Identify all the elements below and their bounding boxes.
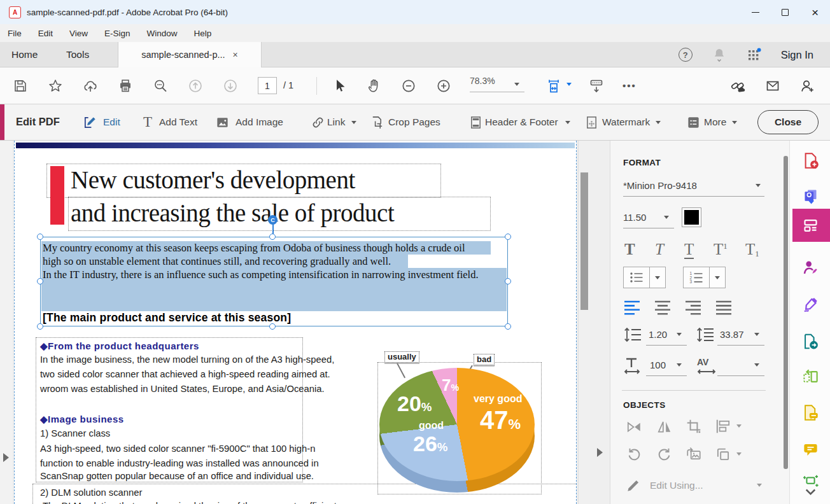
page-comment-icon[interactable] bbox=[802, 404, 819, 421]
font-color-swatch[interactable] bbox=[682, 207, 701, 227]
watermark-label[interactable]: Watermark bbox=[602, 116, 650, 128]
fit-width-icon[interactable] bbox=[546, 78, 561, 94]
menu-edit[interactable]: Edit bbox=[38, 29, 53, 38]
bullet-list-caret[interactable] bbox=[649, 267, 665, 288]
selection-handle[interactable] bbox=[37, 323, 43, 330]
more-menu-label[interactable]: More bbox=[704, 116, 726, 128]
crop-pages-icon[interactable] bbox=[369, 115, 384, 130]
help-icon[interactable]: ? bbox=[679, 48, 693, 62]
rail-chevron-down-icon[interactable] bbox=[802, 487, 819, 498]
underline-icon[interactable]: T bbox=[684, 241, 694, 259]
rotate-handle[interactable]: C bbox=[268, 215, 278, 225]
menu-help[interactable]: Help bbox=[194, 29, 212, 38]
crop-object-icon[interactable] bbox=[684, 418, 703, 435]
align-right-icon[interactable] bbox=[684, 300, 705, 315]
link-icon[interactable] bbox=[311, 115, 325, 130]
fill-and-sign-icon[interactable] bbox=[802, 296, 819, 313]
previous-view-icon[interactable] bbox=[188, 78, 203, 94]
selection-handle[interactable] bbox=[269, 234, 276, 240]
header-footer-label[interactable]: Header & Footer bbox=[485, 116, 558, 128]
selection-handle[interactable] bbox=[505, 323, 511, 330]
collapse-right-panel-icon[interactable] bbox=[597, 448, 603, 457]
star-favorite-icon[interactable] bbox=[48, 78, 63, 94]
selection-handle[interactable] bbox=[269, 323, 276, 330]
more-tools-sparkle-icon[interactable] bbox=[802, 474, 819, 488]
request-esignatures-icon[interactable] bbox=[802, 259, 819, 276]
link-caret-icon[interactable] bbox=[351, 121, 356, 124]
sign-in-button[interactable]: Sign In bbox=[781, 49, 813, 61]
menu-view[interactable]: View bbox=[69, 29, 88, 38]
rotate-clockwise-icon[interactable] bbox=[655, 446, 674, 463]
horizontal-scale-icon[interactable] bbox=[623, 357, 642, 375]
more-caret-icon[interactable] bbox=[732, 121, 737, 124]
add-text-icon[interactable]: T bbox=[143, 114, 152, 130]
search-icon[interactable] bbox=[153, 78, 168, 94]
zoom-caret-icon[interactable] bbox=[514, 83, 519, 86]
numbered-list-button[interactable]: 123 bbox=[684, 267, 709, 288]
page-number-input[interactable]: 1 bbox=[258, 77, 277, 94]
tab-tools[interactable]: Tools bbox=[66, 42, 89, 67]
menu-window[interactable]: Window bbox=[147, 29, 178, 38]
bold-icon[interactable]: T bbox=[624, 241, 635, 257]
apps-grid-icon[interactable] bbox=[746, 47, 762, 63]
zoom-out-icon[interactable] bbox=[401, 78, 416, 94]
document-scrollbar[interactable] bbox=[578, 141, 590, 504]
create-pdf-icon[interactable] bbox=[802, 152, 819, 169]
rotate-counterclockwise-icon[interactable] bbox=[624, 446, 644, 463]
align-center-icon[interactable] bbox=[654, 300, 674, 315]
align-left-icon[interactable] bbox=[623, 300, 644, 315]
replace-image-icon[interactable] bbox=[684, 446, 703, 463]
line-spacing-icon[interactable] bbox=[623, 326, 642, 343]
panel-scrollbar-thumb[interactable] bbox=[784, 156, 788, 469]
edit-pdf-tool-icon[interactable] bbox=[802, 217, 819, 234]
flip-horizontal-icon[interactable] bbox=[655, 418, 674, 435]
selected-textbox-frame[interactable] bbox=[40, 237, 508, 326]
edit-tool-icon[interactable] bbox=[83, 115, 97, 130]
send-pdf-icon[interactable] bbox=[802, 333, 819, 350]
numbered-list-caret[interactable] bbox=[709, 267, 725, 288]
align-objects-caret-icon[interactable] bbox=[736, 424, 742, 428]
tab-close-icon[interactable]: × bbox=[233, 50, 238, 60]
edit-using-caret-icon[interactable] bbox=[757, 484, 762, 487]
pdf-page[interactable]: New customer's development and increasin… bbox=[14, 141, 577, 504]
paragraph-spacing-select[interactable]: 33.87 bbox=[720, 329, 744, 340]
horizontal-scale-caret-icon[interactable] bbox=[677, 363, 682, 367]
italic-icon[interactable]: T bbox=[655, 241, 664, 257]
comment-icon[interactable] bbox=[802, 441, 819, 458]
font-name-select[interactable]: *Minion Pro-9418 bbox=[623, 180, 697, 191]
tab-document[interactable]: sample-scanned-p... × bbox=[118, 42, 262, 67]
watermark-icon[interactable] bbox=[584, 115, 599, 130]
organize-pages-icon[interactable] bbox=[802, 368, 819, 386]
flip-vertical-icon[interactable] bbox=[624, 418, 644, 435]
watermark-caret-icon[interactable] bbox=[656, 121, 661, 124]
arrange-objects-caret-icon[interactable] bbox=[736, 452, 742, 456]
menu-esign[interactable]: E-Sign bbox=[104, 29, 130, 38]
zoom-in-icon[interactable] bbox=[436, 78, 451, 94]
font-name-caret-icon[interactable] bbox=[756, 184, 761, 187]
email-icon[interactable] bbox=[765, 78, 780, 94]
character-spacing-caret-icon[interactable] bbox=[754, 363, 759, 367]
edit-tool-label[interactable]: Edit bbox=[103, 116, 120, 128]
minimize-button[interactable] bbox=[740, 0, 770, 24]
add-image-icon[interactable] bbox=[215, 115, 230, 130]
selection-handle[interactable] bbox=[37, 278, 43, 284]
share-link-icon[interactable] bbox=[730, 78, 745, 94]
align-justify-icon[interactable] bbox=[715, 300, 735, 315]
selection-handle[interactable] bbox=[37, 234, 43, 240]
hand-pan-icon[interactable] bbox=[367, 78, 382, 94]
menu-file[interactable]: File bbox=[8, 29, 22, 38]
add-contact-icon[interactable] bbox=[799, 78, 815, 94]
fit-width-caret-icon[interactable] bbox=[566, 83, 572, 86]
close-edit-button[interactable]: Close bbox=[757, 110, 819, 134]
subscript-icon[interactable]: T1 bbox=[745, 241, 759, 258]
superscript-icon[interactable]: T1 bbox=[714, 241, 728, 257]
horizontal-scale-select[interactable]: 100 bbox=[650, 360, 666, 370]
crop-pages-label[interactable]: Crop Pages bbox=[388, 116, 440, 128]
print-icon[interactable] bbox=[118, 78, 133, 94]
selection-handle[interactable] bbox=[505, 234, 511, 240]
selection-handle[interactable] bbox=[505, 278, 511, 284]
cloud-upload-icon[interactable] bbox=[83, 78, 98, 94]
line-spacing-caret-icon[interactable] bbox=[677, 333, 682, 336]
more-tools-icon[interactable]: ••• bbox=[622, 80, 637, 91]
edit-using-label[interactable]: Edit Using... bbox=[650, 480, 703, 491]
